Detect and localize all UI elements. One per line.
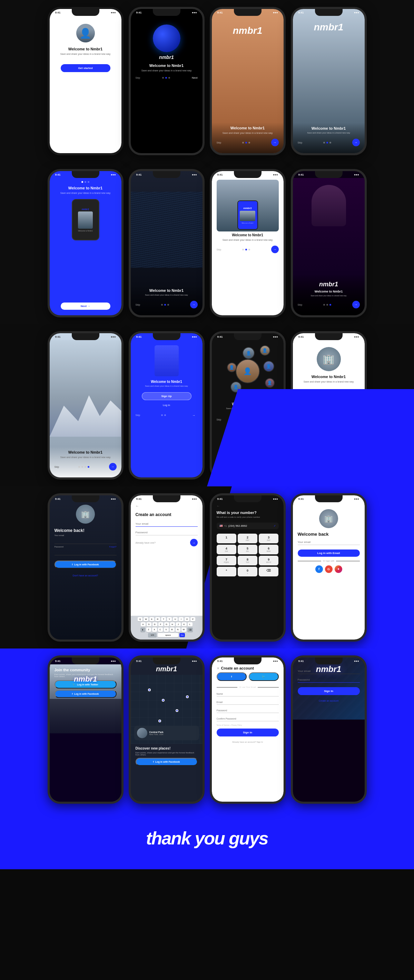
facebook-btn-18[interactable]: f Log in with Facebook	[135, 758, 198, 766]
phone-3-wrapper: 9:41 ●●● nmbr1 Welcome to Nmbr1 Save and…	[210, 7, 286, 155]
dots-5	[81, 181, 89, 183]
logo-2: nmbr1	[135, 54, 198, 60]
facebook-login-btn[interactable]: f Log in with Facebook	[54, 560, 116, 568]
phone-9: 9:41 ●●● Welcome to Nmbr1 Save and share…	[48, 331, 124, 479]
email-input-19[interactable]	[217, 700, 279, 705]
phone-15-screen: 9:41 ●●● ← What is your number? We will …	[212, 495, 283, 640]
phone-2-content: nmbr1 Welcome to Nmbr1 Save and share yo…	[131, 15, 202, 152]
email-group-13: Your email	[54, 535, 116, 544]
back-arrow-15[interactable]: ←	[217, 504, 220, 508]
phone-18-wrapper: 9:41 ●●● nmbr1	[129, 655, 205, 804]
avatar-image-1	[76, 24, 95, 43]
person-silhouette	[312, 185, 346, 226]
next-btn-6[interactable]: →	[190, 301, 198, 309]
overlay-3: Welcome to Nmbr1 Save and share your ide…	[212, 123, 283, 153]
phone-13-content: Welcome back! Your email Password Forgot…	[50, 525, 121, 640]
signup-btn-12[interactable]: Sign Up	[298, 391, 360, 398]
skip-3[interactable]: Skip	[217, 142, 221, 144]
social-icons-16: f G ✦	[298, 565, 360, 573]
phone-19-content: ✕ Create an account f 🐦 Or use Your Emai	[212, 663, 283, 801]
status-bar-12: 9:41 ●●●	[293, 333, 365, 339]
phone-4-screen: 9:41 ●●● nmbr1 Welcome to Nmbr1 Save and…	[293, 9, 365, 153]
phone-13-screen: 9:41 ●●● 🏢 Welcome back! Your email Pass…	[50, 495, 121, 640]
password-input-19[interactable]	[217, 708, 279, 713]
status-bar-13: 9:41 ●●●	[50, 495, 121, 501]
person-1: 👤	[242, 347, 255, 359]
map-pin-5	[158, 719, 161, 722]
fb-btn-19[interactable]: f	[217, 672, 247, 681]
status-bar-3: 9:41 ●●●	[212, 9, 283, 15]
phone-18-screen: 9:41 ●●● nmbr1	[131, 657, 202, 802]
close-btn-19[interactable]: ✕	[217, 667, 220, 670]
person-6: 👤	[227, 363, 237, 372]
login-btn-12[interactable]: Log in	[298, 401, 360, 409]
mountain-img-7: nmbr1 Welcome to Nmbr1	[217, 180, 279, 231]
phone-14-wrapper: 9:41 ●●● ← Create an account Alread	[129, 493, 205, 642]
phone-15: 9:41 ●●● ← What is your number? We will …	[210, 493, 286, 642]
status-bar-5: 9:41 ●●●	[50, 171, 121, 177]
phone-10-screen: 9:41 ●●● Welcome to Nmbr1 Save and share…	[131, 333, 202, 477]
logo-overlay-17: nmbr1	[50, 675, 121, 684]
signin-btn-19[interactable]: Sign In	[217, 729, 279, 737]
password-input-20[interactable]	[298, 677, 360, 682]
dot-2-1	[162, 77, 164, 79]
status-bar-1: 9:41 ●●●	[50, 9, 121, 15]
phone-3-screen: 9:41 ●●● nmbr1 Welcome to Nmbr1 Save and…	[212, 9, 283, 153]
dot-1-1	[81, 60, 83, 62]
tw-btn-19[interactable]: 🐦	[249, 672, 279, 681]
phone-2-wrapper: 9:41 ●●● nmbr1 Welcome to Nmbr1 Save and…	[129, 7, 205, 155]
person-4: 👤	[265, 378, 275, 388]
welcome-subtitle-1: Save and share your ideas in a brand new…	[54, 52, 116, 56]
logo-mountain: nmbr1	[293, 22, 365, 33]
phone-1-wrapper: 9:41 ●●● Welcome to Nmbr1 Save and share…	[48, 7, 124, 155]
facebook-btn-17[interactable]: f Log in with Facebook	[54, 690, 116, 698]
next-btn-10[interactable]: →	[190, 412, 198, 419]
phone-9-wrapper: 9:41 ●●● Welcome to Nmbr1 Save and share…	[48, 331, 124, 479]
time-1: 9:41	[55, 11, 61, 14]
skip-2[interactable]: Skip	[135, 76, 140, 79]
instagram-icon[interactable]: ✦	[334, 565, 342, 573]
name-input-19[interactable]	[217, 692, 279, 697]
next-btn-11[interactable]: →	[271, 416, 279, 423]
next-btn-9[interactable]: →	[109, 463, 116, 471]
phone-8: 9:41 ●●● nmbr1 Welcome to Nmbr1 Save and…	[291, 169, 367, 317]
google-icon[interactable]: G	[325, 565, 333, 573]
phone-12-wrapper: 9:41 ●●● 🏢 Welcome to Nmbr1 Save and sha…	[291, 331, 367, 479]
status-bar-9: 9:41 ●●●	[50, 333, 121, 339]
email-input-16[interactable]	[298, 539, 360, 545]
get-started-btn[interactable]: Get started	[61, 64, 110, 72]
phone-12-content: 🏢 Welcome to Nmbr1 Save and share your i…	[293, 339, 365, 476]
map-pin-2	[162, 699, 164, 702]
facebook-icon[interactable]: f	[315, 565, 323, 573]
next-btn-3[interactable]: →	[271, 139, 279, 146]
phone-7-screen: 9:41 ●●● nmbr1 Welcome to Nmbr1	[212, 171, 283, 315]
person-5: 👤	[231, 382, 242, 393]
signin-btn-20[interactable]: Sign In	[298, 687, 360, 695]
submit-btn-14[interactable]: →	[190, 539, 198, 546]
phone-17-content: Join the community Earn points, share yo…	[50, 664, 121, 802]
next-2[interactable]: Next	[192, 76, 197, 80]
dots-1	[54, 60, 116, 62]
email-input-13[interactable]	[54, 538, 116, 544]
password-input-14[interactable]	[135, 530, 198, 535]
confirm-password-19[interactable]	[217, 716, 279, 721]
social-btns-row: f 🐦	[217, 672, 279, 682]
next-btn-4[interactable]: →	[352, 139, 360, 146]
phone-12-screen: 9:41 ●●● 🏢 Welcome to Nmbr1 Save and sha…	[293, 333, 365, 477]
email-input-14[interactable]	[135, 521, 198, 527]
water-texture	[131, 192, 202, 268]
subtitle-3: Save and share your ideas in a brand new…	[217, 131, 279, 135]
back-arrow-14[interactable]: ←	[135, 504, 139, 508]
signup-btn-10[interactable]: Sign Up	[142, 392, 191, 400]
next-btn-7[interactable]: →	[271, 246, 279, 253]
map-pin-4	[186, 695, 189, 698]
nav-10: Skip →	[135, 410, 198, 420]
email-input-20[interactable]	[298, 668, 360, 674]
phone-14-screen: 9:41 ●●● ← Create an account Alread	[131, 495, 202, 640]
next-btn-5[interactable]: Next →	[61, 302, 110, 310]
password-input-13[interactable]	[54, 550, 116, 555]
email-login-btn-16[interactable]: Log in with Email	[298, 549, 360, 557]
login-btn-10[interactable]: Log in	[142, 402, 191, 409]
next-btn-8[interactable]: →	[352, 301, 360, 309]
nav-6: Skip →	[135, 299, 198, 310]
